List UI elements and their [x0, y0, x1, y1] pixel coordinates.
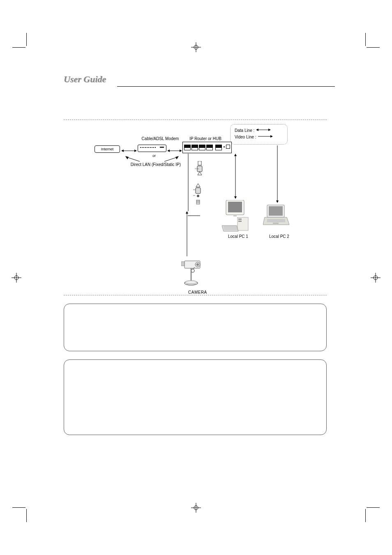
info-box-2	[64, 359, 327, 435]
camera-label: CAMERA	[188, 290, 207, 295]
single-arrow-icon	[258, 134, 273, 139]
svg-rect-52	[238, 221, 242, 222]
svg-line-25	[164, 157, 177, 161]
modem-label: Cable/ADSL Modem	[140, 136, 181, 141]
svg-marker-26	[175, 156, 179, 159]
svg-text:Video: Video	[195, 168, 199, 170]
svg-marker-14	[268, 129, 271, 131]
pc2-label: Local PC 2	[269, 234, 289, 239]
page-title: User Guide	[64, 74, 106, 85]
pc1-label: Local PC 1	[228, 234, 248, 239]
svg-marker-44	[234, 196, 237, 199]
crop-mark	[367, 507, 380, 508]
svg-rect-60	[267, 219, 285, 222]
page-content: User Guide Data Line : Video Line : Inte…	[64, 74, 327, 435]
svg-marker-19	[134, 150, 137, 152]
svg-rect-61	[273, 223, 279, 224]
video-arrow	[275, 145, 279, 205]
crop-mark	[12, 507, 25, 508]
svg-marker-22	[180, 150, 182, 152]
balun-connector: Video	[195, 161, 203, 182]
data-arrow	[167, 147, 182, 154]
line	[188, 210, 200, 218]
info-box-1	[64, 304, 327, 351]
svg-marker-33	[196, 184, 200, 187]
svg-line-23	[127, 157, 140, 161]
legend-data-label: Data Line :	[235, 128, 254, 133]
crop-mark	[26, 509, 27, 522]
registration-mark	[191, 42, 201, 52]
svg-text:Power: Power	[193, 194, 196, 196]
router-device	[182, 142, 232, 153]
balun-connector: Video Power	[193, 184, 201, 210]
svg-marker-24	[125, 156, 129, 159]
svg-point-66	[196, 263, 199, 266]
svg-rect-67	[181, 262, 184, 266]
laptop-icon	[263, 204, 290, 229]
registration-mark	[12, 273, 21, 283]
svg-point-71	[185, 281, 197, 284]
internet-node: Internet	[95, 145, 120, 153]
video-arrow	[185, 211, 189, 258]
svg-rect-59	[269, 206, 283, 216]
svg-marker-16	[270, 135, 273, 138]
svg-marker-46	[276, 200, 279, 203]
crop-mark	[12, 47, 25, 48]
svg-marker-21	[167, 150, 170, 152]
registration-mark	[191, 503, 201, 513]
svg-marker-13	[256, 129, 258, 131]
network-diagram: Data Line : Video Line : Internet Cable/…	[64, 120, 327, 295]
svg-rect-34	[196, 188, 201, 193]
svg-text:Video: Video	[193, 189, 196, 191]
router-label: IP Router or HUB	[185, 136, 226, 141]
crop-mark	[367, 47, 380, 48]
svg-rect-29	[198, 161, 201, 165]
svg-point-35	[197, 195, 199, 197]
direct-lan-label: Direct LAN (Fixed/Static IP)	[123, 162, 189, 167]
svg-rect-51	[238, 219, 242, 220]
crop-mark	[365, 509, 366, 522]
registration-mark	[371, 273, 380, 283]
line	[188, 154, 189, 213]
svg-marker-31	[198, 172, 202, 175]
legend: Data Line : Video Line :	[230, 124, 288, 145]
crop-mark	[365, 33, 366, 46]
legend-video-label: Video Line :	[235, 135, 256, 139]
svg-rect-49	[233, 215, 237, 216]
data-arrow	[233, 154, 238, 200]
camera-icon	[181, 258, 206, 288]
data-arrow	[121, 147, 137, 154]
svg-rect-36	[196, 200, 200, 204]
double-arrow-icon	[256, 128, 271, 133]
svg-rect-48	[228, 202, 242, 212]
svg-marker-63	[186, 211, 188, 214]
heading-rule	[117, 86, 335, 87]
crop-mark	[26, 33, 27, 46]
modem-device	[138, 145, 166, 152]
pc-icon	[222, 200, 251, 233]
svg-marker-18	[121, 150, 124, 152]
svg-point-68	[191, 269, 194, 272]
svg-marker-43	[234, 154, 237, 156]
